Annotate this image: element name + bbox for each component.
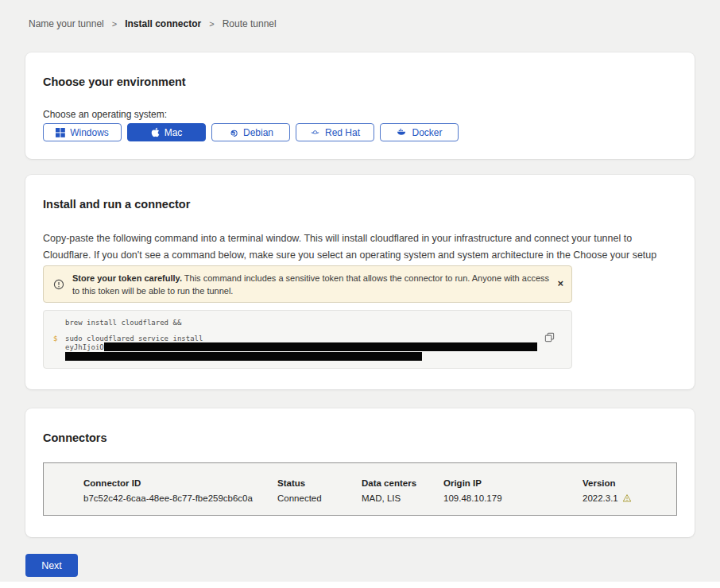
debian-icon [228, 127, 238, 137]
connectors-table: Connector ID Status Data centers Origin … [43, 462, 677, 516]
column-header-origin-ip: Origin IP [443, 478, 482, 488]
connector-id-cell: b7c52c42-6caa-48ee-8c77-fbe259cb6c0a [83, 493, 253, 503]
environment-card-title: Choose your environment [43, 76, 186, 88]
os-button-windows[interactable]: Windows [43, 123, 122, 141]
code-line-sudo: sudo cloudflared service install [65, 335, 203, 342]
install-card-title: Install and run a connector [43, 199, 190, 211]
os-button-mac[interactable]: Mac [127, 123, 206, 141]
choose-environment-card: Choose your environment Choose an operat… [25, 52, 695, 159]
install-connector-card: Install and run a connector Copy-paste t… [25, 175, 695, 389]
token-warning-banner: Store your token carefully. This command… [43, 265, 572, 303]
version-cell: 2022.3.1 [583, 493, 632, 503]
os-button-label: Red Hat [325, 127, 360, 138]
os-button-label: Docker [412, 127, 442, 138]
os-button-label: Windows [70, 127, 109, 138]
os-button-label: Debian [243, 127, 273, 138]
column-header-version: Version [583, 478, 616, 488]
redaction-bar [104, 342, 537, 351]
next-button[interactable]: Next [25, 554, 78, 577]
code-line-brew: brew install cloudflared && [65, 319, 181, 327]
connectors-card-title: Connectors [43, 432, 107, 444]
windows-icon [56, 128, 65, 137]
breadcrumb-step-install-connector[interactable]: Install connector [125, 18, 201, 29]
breadcrumb-step-route-tunnel[interactable]: Route tunnel [223, 18, 277, 29]
token-prefix-text: eyJhIjoiO [65, 343, 104, 351]
breadcrumb-separator: > [209, 19, 214, 29]
os-button-debian[interactable]: Debian [211, 123, 290, 141]
close-icon[interactable]: × [557, 278, 563, 288]
token-warning-text: Store your token carefully. This command… [72, 272, 554, 297]
data-centers-cell: MAD, LIS [362, 493, 401, 503]
warning-triangle-icon [622, 493, 632, 503]
version-text: 2022.3.1 [583, 493, 618, 503]
breadcrumb-separator: > [112, 19, 117, 29]
redhat-icon [310, 127, 320, 137]
connectors-card: Connectors Connector ID Status Data cent… [25, 408, 695, 537]
breadcrumb-step-name-your-tunnel[interactable]: Name your tunnel [29, 18, 104, 29]
column-header-connector-id: Connector ID [83, 478, 141, 488]
column-header-data-centers: Data centers [362, 478, 416, 488]
copy-icon[interactable] [544, 332, 555, 342]
redaction-bar [65, 352, 422, 361]
os-button-docker[interactable]: Docker [380, 123, 459, 141]
apple-icon [151, 127, 160, 137]
os-button-group: Windows Mac Debian Red Hat Docker [43, 123, 459, 141]
token-warning-title: Store your token carefully. [72, 273, 182, 283]
os-button-label: Mac [165, 127, 183, 138]
breadcrumb: Name your tunnel > Install connector > R… [29, 18, 277, 29]
alert-circle-icon [53, 279, 64, 290]
docker-icon [396, 127, 407, 137]
install-command-code-block: brew install cloudflared && $ sudo cloud… [43, 310, 572, 369]
os-select-label: Choose an operating system: [43, 109, 167, 120]
status-cell: Connected [277, 493, 322, 503]
bottom-strip [0, 582, 720, 588]
origin-ip-cell: 109.48.10.179 [443, 493, 502, 503]
shell-prompt: $ [53, 335, 57, 342]
os-button-redhat[interactable]: Red Hat [296, 123, 374, 141]
column-header-status: Status [277, 478, 305, 488]
